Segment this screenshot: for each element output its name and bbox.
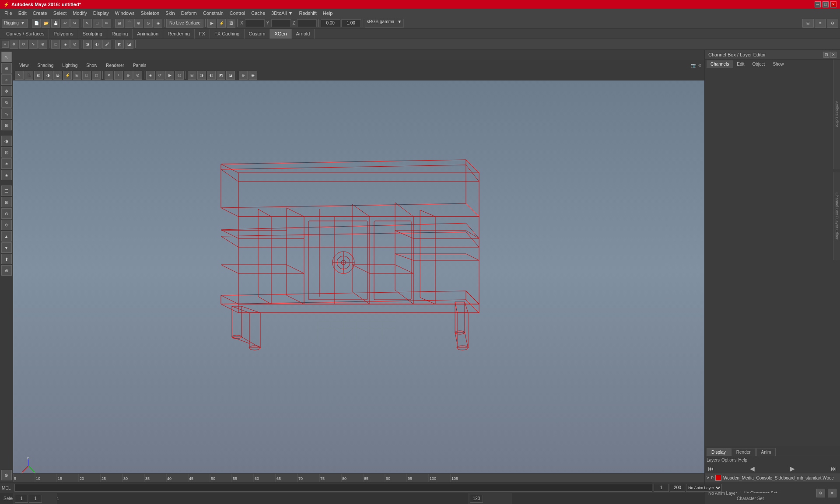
vp-icon-13[interactable]: ⊙ (133, 71, 142, 80)
menu-select[interactable]: Select (51, 10, 70, 17)
layer-nav-prev[interactable]: ◀ (749, 465, 756, 472)
range-start-input[interactable] (654, 484, 669, 492)
icon-toggle[interactable]: ≡ (2, 41, 9, 48)
menu-skin[interactable]: Skin (163, 10, 177, 17)
snap-point-btn[interactable]: ⊕ (134, 19, 143, 28)
tool-settings-btn[interactable]: ⚙ (827, 19, 838, 28)
vp-icon-18[interactable]: ⊞ (188, 71, 196, 80)
menu-constrain[interactable]: Constrain (200, 10, 226, 17)
tool-cluster[interactable]: ✶ (1, 158, 12, 169)
timeline[interactable]: 5 10 15 20 25 30 35 40 45 50 55 60 65 70… (13, 473, 704, 482)
vp-icon-4[interactable]: ◑ (44, 71, 52, 80)
attr-editor-btn[interactable]: ≡ (815, 19, 826, 28)
title-bar-controls[interactable]: ─ □ ✕ (815, 1, 836, 7)
display-render-btn[interactable]: 🖼 (227, 19, 235, 28)
value2-input[interactable] (341, 19, 361, 27)
tool-bottom[interactable]: ⚙ (1, 470, 12, 480)
tool-snap-tog[interactable]: ⊙ (1, 208, 12, 219)
tool-lasso[interactable]: ○ (1, 74, 12, 85)
tool-select-loop[interactable]: ⊕ (1, 63, 12, 74)
anim-end-input[interactable] (470, 495, 483, 503)
tool-scale[interactable]: ⤡ (1, 108, 12, 119)
select-tool-btn[interactable]: ↖ (83, 19, 92, 28)
vp-icon-gear[interactable]: ⚙ (698, 63, 702, 68)
layer-item[interactable]: V P Wooden_Media_Console_Sideboard_mb_st… (705, 473, 840, 482)
layers-tab[interactable]: Layers (707, 458, 720, 462)
vp-icon-23[interactable]: ⊕ (239, 71, 248, 80)
menu-file[interactable]: File (2, 10, 15, 17)
tab-curves-surfaces[interactable]: Curves / Surfaces (2, 29, 49, 38)
dr-tab-render[interactable]: Render (732, 448, 756, 456)
tab-sculpting[interactable]: Sculpting (78, 29, 107, 38)
close-button[interactable]: ✕ (830, 1, 836, 7)
tab-animation[interactable]: Animation (133, 29, 163, 38)
tab-polygons[interactable]: Polygons (49, 29, 78, 38)
tab-show[interactable]: Show (769, 60, 788, 68)
vp-tab-lighting[interactable]: Lighting (59, 62, 81, 69)
layer-nav-last[interactable]: ⏭ (830, 465, 838, 472)
menu-windows[interactable]: Windows (112, 10, 137, 17)
select-box-btn[interactable]: □ (93, 19, 102, 28)
icon-move[interactable]: ✥ (10, 40, 18, 49)
vp-icon-9[interactable]: ◻ (92, 71, 101, 80)
vp-tab-shading[interactable]: Shading (34, 62, 57, 69)
tool-move[interactable]: ✥ (1, 86, 12, 96)
tab-arnold[interactable]: Arnold (292, 29, 315, 38)
channel-box-btn[interactable]: ⊞ (802, 19, 814, 28)
help-tab[interactable]: Help (738, 458, 747, 462)
rigging-dropdown[interactable]: Rigging ▼ (2, 19, 28, 28)
vp-tab-show[interactable]: Show (83, 62, 101, 69)
range-end-input[interactable] (670, 484, 685, 492)
tool-joint[interactable]: ◈ (1, 170, 12, 180)
maximize-button[interactable]: □ (822, 1, 829, 7)
anim-layer-select[interactable]: No Anim Layer (686, 484, 722, 492)
menu-help[interactable]: Help (320, 10, 336, 17)
vp-icon-5[interactable]: ◒ (53, 71, 62, 80)
ipr-btn[interactable]: ⚡ (217, 19, 226, 28)
vp-icon-1[interactable]: ↖ (15, 71, 24, 80)
vp-icon-14[interactable]: ◈ (146, 71, 155, 80)
tool-universal[interactable]: ⊞ (1, 120, 12, 130)
tab-edit[interactable]: Edit (733, 60, 748, 68)
save-btn[interactable]: 💾 (51, 19, 60, 28)
z-input[interactable] (297, 19, 317, 27)
gamma-select[interactable]: sRGB gamma ▼ (365, 19, 404, 28)
menu-create[interactable]: Create (30, 10, 50, 17)
panel-float-btn[interactable]: ⊡ (823, 52, 830, 58)
layer-nav-first[interactable]: ⏮ (707, 465, 715, 472)
menu-cache[interactable]: Cache (248, 10, 268, 17)
tab-fx-caching[interactable]: FX Caching (210, 29, 244, 38)
tool-down[interactable]: ▼ (1, 242, 12, 253)
tool-view-up[interactable]: ⬆ (1, 254, 12, 264)
dr-tab-anim[interactable]: Anim (756, 448, 776, 456)
tab-rendering[interactable]: Rendering (163, 29, 195, 38)
panel-close-btn[interactable]: ✕ (830, 52, 836, 58)
dr-tab-display[interactable]: Display (707, 448, 731, 456)
tool-history[interactable]: ⟳ (1, 220, 12, 230)
menu-deform[interactable]: Deform (178, 10, 200, 17)
vp-icon-6[interactable]: ⚡ (63, 71, 72, 80)
vp-icon-3[interactable]: ◐ (34, 71, 43, 80)
vp-icon-11[interactable]: + (114, 71, 123, 80)
vp-icon-21[interactable]: ◩ (217, 71, 225, 80)
layer-color-swatch[interactable] (715, 475, 721, 481)
minimize-button[interactable]: ─ (815, 1, 821, 7)
anim-start-input[interactable] (15, 495, 28, 503)
tab-object[interactable]: Object (749, 60, 769, 68)
menu-modify[interactable]: Modify (70, 10, 89, 17)
tool-rotate[interactable]: ↻ (1, 97, 12, 108)
redo-btn[interactable]: ↪ (70, 19, 79, 28)
char-set-btn[interactable]: ⚙ (816, 489, 825, 497)
lasso-btn[interactable]: ✏ (102, 19, 111, 28)
vp-tab-panels[interactable]: Panels (130, 62, 150, 69)
tab-fx[interactable]: FX (195, 29, 210, 38)
tool-extra[interactable]: ⊕ (1, 265, 12, 276)
tab-rigging[interactable]: Rigging (107, 29, 133, 38)
timeline-inner[interactable]: 5 10 15 20 25 30 35 40 45 50 55 60 65 70… (13, 474, 704, 482)
vp-icon-camera[interactable]: 📷 (691, 63, 696, 68)
icon-scale[interactable]: ⤡ (29, 40, 38, 49)
vp-icon-24[interactable]: ◉ (248, 71, 257, 80)
tab-channels[interactable]: Channels (707, 60, 733, 68)
tab-xgen[interactable]: XGen (270, 29, 291, 38)
viewport[interactable]: View Shading Lighting Show Renderer Pane… (13, 60, 704, 482)
